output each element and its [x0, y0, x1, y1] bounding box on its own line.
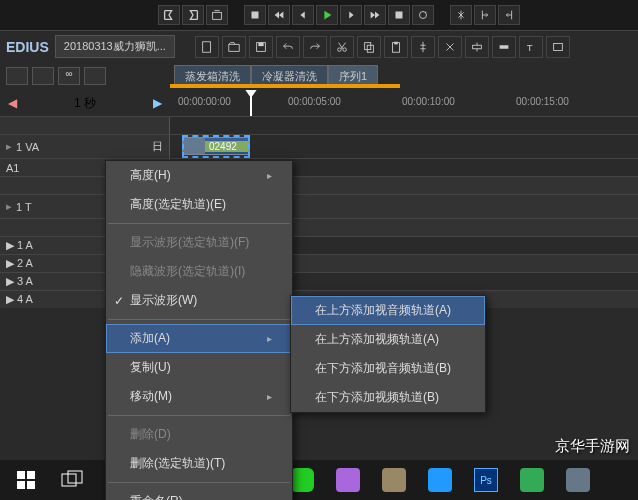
- svg-point-6: [338, 47, 342, 51]
- sub-add-av-below[interactable]: 在下方添加视音频轨道(B): [291, 354, 485, 383]
- timeline-ruler[interactable]: 00:00:00:00 00:00:05:00 00:00:10:00 00:0…: [170, 90, 638, 116]
- tb-app4[interactable]: [556, 463, 600, 497]
- sub-add-v-above[interactable]: 在上方添加视频轨道(A): [291, 325, 485, 354]
- svg-rect-18: [17, 481, 25, 489]
- svg-rect-1: [252, 12, 259, 19]
- ctx-height-sel[interactable]: 高度(选定轨道)(E): [106, 190, 292, 219]
- cache-bar: [170, 84, 400, 88]
- razor-btn[interactable]: [411, 36, 435, 58]
- taskview-btn[interactable]: [50, 463, 94, 497]
- tb-edius[interactable]: [418, 463, 462, 497]
- ctx-add[interactable]: 添加(A)▸: [106, 324, 292, 353]
- tb-app3[interactable]: [510, 463, 554, 497]
- trim-out-btn[interactable]: [498, 5, 520, 25]
- track-opt-3[interactable]: ∞: [58, 67, 80, 85]
- clip-video[interactable]: 02492: [182, 137, 250, 155]
- clip-thumb-icon: [183, 138, 205, 154]
- rewind-btn[interactable]: [268, 5, 290, 25]
- ctx-delete-sel[interactable]: 删除(选定轨道)(T): [106, 449, 292, 478]
- ctx-show-wave-sel: 显示波形(选定轨道)(F): [106, 228, 292, 257]
- svg-rect-16: [17, 471, 25, 479]
- undo-btn[interactable]: [276, 36, 300, 58]
- fforward-btn[interactable]: [364, 5, 386, 25]
- sub-add-v-below[interactable]: 在下方添加视频轨道(B): [291, 383, 485, 412]
- clip-label: 02492: [205, 141, 249, 152]
- ctx-show-wave[interactable]: ✓显示波形(W): [106, 286, 292, 315]
- ctx-delete: 删除(D): [106, 420, 292, 449]
- tb-app1[interactable]: [326, 463, 370, 497]
- next-frame-btn[interactable]: [340, 5, 362, 25]
- title-btn[interactable]: T: [519, 36, 543, 58]
- svg-rect-2: [396, 12, 403, 19]
- mark-in-btn[interactable]: [158, 5, 180, 25]
- new-btn[interactable]: [195, 36, 219, 58]
- svg-rect-15: [554, 43, 563, 50]
- tb-app2[interactable]: [372, 463, 416, 497]
- taskbar: Ps: [0, 460, 638, 500]
- svg-rect-11: [394, 41, 398, 44]
- more-btn[interactable]: [546, 36, 570, 58]
- svg-rect-20: [62, 474, 76, 486]
- track-opt-4[interactable]: [84, 67, 106, 85]
- ctx-hide-wave-sel: 隐藏波形(选定轨道)(I): [106, 257, 292, 286]
- sub-add-av-above[interactable]: 在上方添加视音频轨道(A): [291, 296, 485, 325]
- cut-point-btn[interactable]: [450, 5, 472, 25]
- svg-rect-5: [258, 42, 263, 46]
- prev-frame-btn[interactable]: [292, 5, 314, 25]
- loop-btn[interactable]: [412, 5, 434, 25]
- stop2-btn[interactable]: [388, 5, 410, 25]
- ctx-height[interactable]: 高度(H)▸: [106, 161, 292, 190]
- svg-text:T: T: [527, 41, 533, 52]
- ctx-rename[interactable]: 重命名(R): [106, 487, 292, 500]
- context-menu: 高度(H)▸ 高度(选定轨道)(E) 显示波形(选定轨道)(F) 隐藏波形(选定…: [105, 160, 293, 500]
- track-opt-2[interactable]: [32, 67, 54, 85]
- header-row: EDIUS 20180313威力狮凯... T: [0, 30, 638, 62]
- svg-rect-13: [500, 45, 509, 49]
- ruler-tc-1: 00:00:05:00: [288, 96, 341, 107]
- submenu-add: 在上方添加视音频轨道(A) 在上方添加视频轨道(A) 在下方添加视音频轨道(B)…: [290, 295, 486, 413]
- open-btn[interactable]: [222, 36, 246, 58]
- watermark: 京华手游网: [555, 437, 630, 456]
- save-btn[interactable]: [249, 36, 273, 58]
- trim-in-btn[interactable]: [474, 5, 496, 25]
- svg-rect-0: [213, 12, 222, 19]
- svg-rect-17: [27, 471, 35, 479]
- svg-rect-19: [27, 481, 35, 489]
- svg-rect-12: [473, 45, 482, 49]
- svg-point-7: [343, 47, 347, 51]
- start-btn[interactable]: [4, 463, 48, 497]
- overwrite-btn[interactable]: [492, 36, 516, 58]
- paste-btn[interactable]: [384, 36, 408, 58]
- redo-btn[interactable]: [303, 36, 327, 58]
- track-lane-va[interactable]: 02492: [170, 135, 638, 158]
- transport-bar: [0, 0, 638, 30]
- stop-btn[interactable]: [244, 5, 266, 25]
- delete-btn[interactable]: [438, 36, 462, 58]
- svg-rect-21: [68, 471, 82, 483]
- tb-ps[interactable]: Ps: [464, 463, 508, 497]
- playhead[interactable]: [250, 90, 252, 116]
- tracks-area: ▸1 VA 日 02492 A1🔊 ▸1 T ▶ 1 A ▶ 2 A ▶ 3 A: [0, 116, 638, 308]
- ctx-copy[interactable]: 复制(U): [106, 353, 292, 382]
- app-name: EDIUS: [0, 39, 55, 55]
- play-btn[interactable]: [316, 5, 338, 25]
- ruler-row: ◀ 1 秒 ▶ 00:00:00:00 00:00:05:00 00:00:10…: [0, 90, 638, 116]
- track-opt-1[interactable]: [6, 67, 28, 85]
- ctx-move[interactable]: 移动(M)▸: [106, 382, 292, 411]
- cut-btn[interactable]: [330, 36, 354, 58]
- ruler-tc-0: 00:00:00:00: [178, 96, 231, 107]
- project-tab[interactable]: 20180313威力狮凯...: [55, 35, 175, 58]
- copy-btn[interactable]: [357, 36, 381, 58]
- ruler-tc-2: 00:00:10:00: [402, 96, 455, 107]
- time-display: ◀ 1 秒 ▶: [0, 95, 170, 112]
- time-value: 1 秒: [74, 95, 96, 112]
- clear-marks-btn[interactable]: [206, 5, 228, 25]
- time-next-icon[interactable]: ▶: [153, 96, 162, 110]
- mark-out-btn[interactable]: [182, 5, 204, 25]
- track-head-va[interactable]: ▸1 VA 日: [0, 135, 170, 158]
- ruler-tc-3: 00:00:15:00: [516, 96, 569, 107]
- time-prev-icon[interactable]: ◀: [8, 96, 17, 110]
- svg-rect-3: [203, 41, 211, 52]
- track-gap: [0, 117, 170, 134]
- insert-btn[interactable]: [465, 36, 489, 58]
